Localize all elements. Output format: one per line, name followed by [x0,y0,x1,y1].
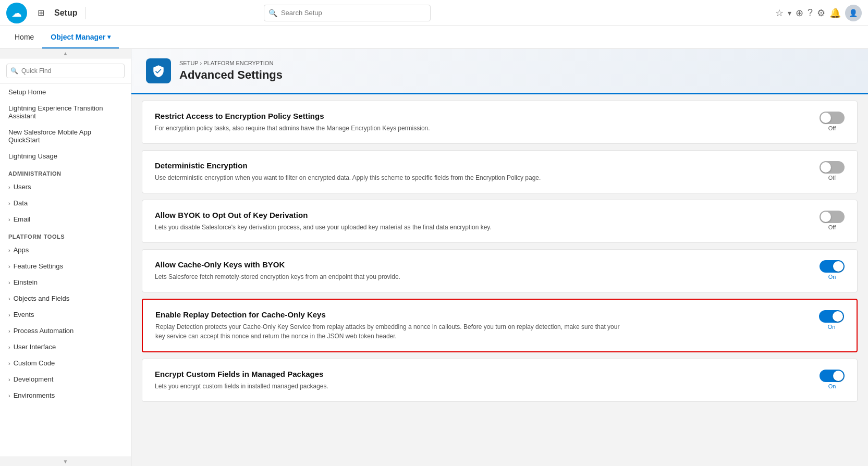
sidebar-item-mobile-quickstart[interactable]: New Salesforce Mobile App QuickStart [0,124,131,148]
avatar[interactable]: 👤 [845,5,862,21]
main-layout: ▲ 🔍 Setup Home Lightning Experience Tran… [0,49,868,466]
page-header-text: SETUP › PLATFORM ENCRYPTION Advanced Set… [179,60,283,82]
setup-title: Setup [54,8,77,18]
toggle-replay-detection[interactable] [819,310,844,323]
toggle-wrap-encrypt-managed: On [820,370,845,389]
setting-title-cache-only: Allow Cache-Only Keys with BYOK [155,260,809,269]
sidebar-item-users[interactable]: › Users [0,179,131,195]
sidebar-label-email: Email [14,215,31,223]
sidebar-label-apps: Apps [14,246,29,254]
quick-find-input[interactable] [6,64,125,78]
sidebar-scroll-up[interactable]: ▲ [0,49,131,58]
setting-content-encrypt-managed: Encrypt Custom Fields in Managed Package… [155,370,809,391]
email-chevron-icon: › [8,216,10,223]
sidebar-item-feature-settings[interactable]: › Feature Settings [0,258,131,274]
setting-card-deterministic: Deterministic Encryption Use determinist… [142,150,858,193]
toggle-wrap-cache-only: On [820,260,845,280]
search-input[interactable] [264,5,431,21]
toggle-encrypt-managed[interactable] [820,370,845,382]
breadcrumb-platform-encryption[interactable]: PLATFORM ENCRYPTION [203,60,273,66]
gear-icon[interactable]: ⚙ [817,7,825,19]
sidebar-label-einstein: Einstein [14,278,38,286]
toggle-deterministic[interactable] [820,161,845,174]
setting-desc-cache-only: Lets Salesforce fetch remotely-stored en… [155,272,624,281]
users-chevron-icon: › [8,184,10,190]
top-navigation: ☁ ⊞ Setup 🔍 ☆ ▾ ⊕ ? ⚙ 🔔 👤 [0,0,868,26]
sidebar-item-email[interactable]: › Email [0,211,131,227]
page-title: Advanced Settings [179,68,283,82]
setting-content-restrict-access: Restrict Access to Encryption Policy Set… [155,112,809,133]
sidebar-label-environments: Environments [14,391,55,399]
top-nav-actions: ☆ ▾ ⊕ ? ⚙ 🔔 👤 [775,5,862,21]
sidebar-label-objects-fields: Objects and Fields [14,295,70,302]
toggle-label-cache-only: On [828,274,836,280]
tab-home[interactable]: Home [6,26,42,48]
sidebar-item-apps[interactable]: › Apps [0,242,131,258]
setting-desc-replay-detection: Replay Detection protects your Cache-Onl… [155,322,625,341]
nav-divider [85,7,86,19]
objects-fields-chevron-icon: › [8,296,10,302]
einstein-chevron-icon: › [8,279,10,286]
setting-content-byok: Allow BYOK to Opt Out of Key Derivation … [155,211,809,232]
sidebar-label-setup-home: Setup Home [8,88,46,96]
search-bar-container: 🔍 [264,5,431,21]
sidebar-item-einstein[interactable]: › Einstein [0,274,131,290]
second-navigation: Home Object Manager ▾ [0,26,868,49]
toggle-restrict-access[interactable] [820,112,845,124]
sidebar-scroll-down[interactable]: ▼ [0,457,131,466]
salesforce-logo[interactable]: ☁ [6,3,27,23]
app-switcher-icon[interactable]: ⊞ [33,6,48,20]
sidebar-label-events: Events [14,311,34,318]
sidebar-item-objects-fields[interactable]: › Objects and Fields [0,290,131,306]
setting-card-replay-detection: Enable Replay Detection for Cache-Only K… [142,299,858,352]
sidebar-item-process-automation[interactable]: › Process Automation [0,323,131,339]
sidebar: ▲ 🔍 Setup Home Lightning Experience Tran… [0,49,131,466]
star-icon[interactable]: ☆ [775,7,784,19]
toggle-label-encrypt-managed: On [828,383,836,389]
content-area: SETUP › PLATFORM ENCRYPTION Advanced Set… [131,49,868,466]
sidebar-label-users: Users [14,183,31,191]
shield-icon [152,64,165,78]
sidebar-item-setup-home[interactable]: Setup Home [0,84,131,100]
sidebar-item-user-interface[interactable]: › User Interface [0,339,131,355]
sidebar-label-data: Data [14,199,28,207]
toggle-wrap-restrict-access: Off [820,112,845,131]
sidebar-item-custom-code[interactable]: › Custom Code [0,355,131,371]
object-manager-label: Object Manager [51,33,105,41]
toggle-wrap-deterministic: Off [820,161,845,181]
sidebar-label-user-interface: User Interface [14,343,56,351]
toggle-byok[interactable] [820,211,845,223]
setting-content-cache-only: Allow Cache-Only Keys with BYOK Lets Sal… [155,260,809,281]
tab-object-manager[interactable]: Object Manager ▾ [42,26,119,48]
toggle-label-restrict-access: Off [828,125,836,131]
bell-icon[interactable]: 🔔 [829,7,841,19]
page-header-icon [146,58,171,83]
toggle-wrap-replay-detection: On [819,310,844,330]
setting-content-deterministic: Deterministic Encryption Use determinist… [155,161,809,182]
toggle-cache-only[interactable] [820,260,845,273]
sidebar-section-platform-tools: PLATFORM TOOLS [0,227,131,242]
breadcrumb-setup[interactable]: SETUP [179,60,198,66]
sidebar-label-development: Development [14,375,54,383]
data-chevron-icon: › [8,200,10,206]
sidebar-item-events[interactable]: › Events [0,306,131,323]
sidebar-item-development[interactable]: › Development [0,371,131,387]
sidebar-item-environments[interactable]: › Environments [0,387,131,403]
add-icon[interactable]: ⊕ [796,7,803,19]
toggle-label-byok: Off [828,224,836,230]
sidebar-item-lightning-usage[interactable]: Lightning Usage [0,148,131,164]
sidebar-label-mobile-quickstart: New Salesforce Mobile App QuickStart [8,128,123,144]
setting-content-replay-detection: Enable Replay Detection for Cache-Only K… [155,310,809,341]
quick-find-container: 🔍 [0,58,131,84]
help-icon[interactable]: ? [808,7,813,18]
object-manager-chevron: ▾ [107,33,111,41]
setting-desc-deterministic: Use deterministic encryption when you wa… [155,173,624,182]
setting-card-restrict-access: Restrict Access to Encryption Policy Set… [142,101,858,144]
custom-code-chevron-icon: › [8,360,10,366]
sidebar-section-administration: ADMINISTRATION [0,164,131,179]
sidebar-label-process-automation: Process Automation [14,327,74,335]
sidebar-item-data[interactable]: › Data [0,195,131,211]
dropdown-icon[interactable]: ▾ [788,9,791,17]
sidebar-item-lightning-assistant[interactable]: Lightning Experience Transition Assistan… [0,100,131,124]
setting-title-byok: Allow BYOK to Opt Out of Key Derivation [155,211,809,219]
